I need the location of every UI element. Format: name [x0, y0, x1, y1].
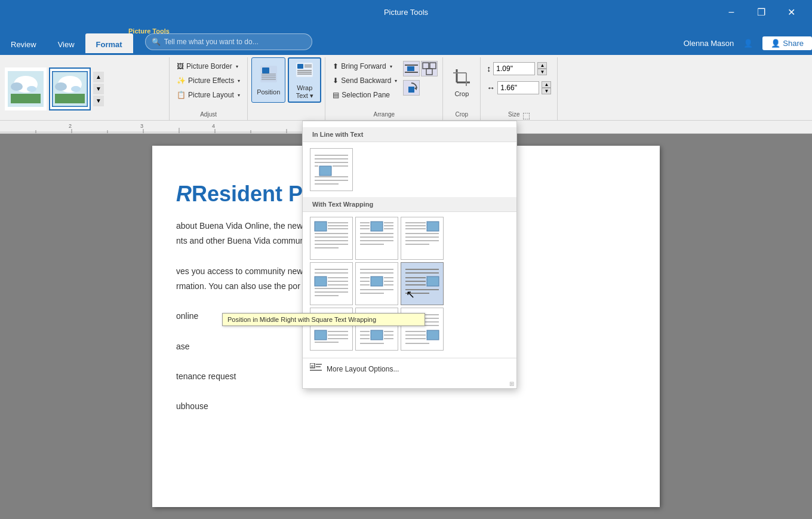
- svg-marker-30: [414, 87, 417, 90]
- arrange-col-2: [402, 60, 439, 97]
- width-up-btn[interactable]: ▲: [542, 81, 551, 88]
- tooltip: Position in Middle Right with Square Tex…: [222, 313, 425, 326]
- height-up-btn[interactable]: ▲: [537, 62, 547, 69]
- wrap-text-label: WrapText ▾: [296, 84, 313, 100]
- layout-item-midleft[interactable]: [310, 262, 353, 305]
- tab-format[interactable]: Format: [85, 33, 133, 55]
- tab-review[interactable]: Review: [0, 33, 47, 55]
- doc-line-13: ubhouse: [176, 399, 624, 414]
- svg-rect-60: [315, 222, 327, 231]
- close-button[interactable]: ✕: [777, 3, 805, 21]
- adjust-group-label: Adjust: [200, 110, 217, 120]
- strip-arrows: ▲ ▼ ▼: [93, 72, 104, 106]
- more-options-icon: [310, 363, 322, 374]
- width-down-btn[interactable]: ▼: [542, 88, 551, 94]
- image-thumb-1[interactable]: [5, 67, 47, 110]
- image-gallery-strip: ▲ ▼ ▼: [2, 57, 170, 120]
- strip-more-arrow[interactable]: ▼: [93, 96, 104, 106]
- crop-button[interactable]: Crop: [447, 60, 476, 105]
- ribbon: ▲ ▼ ▼ 🖼 Picture Border ▾ ✨ Picture Effec…: [0, 55, 812, 121]
- svg-rect-12: [262, 67, 269, 73]
- image-thumb-2[interactable]: [49, 67, 91, 110]
- position-button-label: Position: [257, 88, 280, 96]
- align-button[interactable]: [403, 61, 420, 76]
- layout-row-2: ↖ Position in Middle Right with Square T…: [310, 262, 509, 305]
- picture-layout-button[interactable]: 📋 Picture Layout ▾: [173, 88, 244, 102]
- width-input[interactable]: [497, 81, 539, 94]
- strip-up-arrow[interactable]: ▲: [93, 72, 104, 82]
- width-spinner: ▲ ▼: [542, 81, 551, 94]
- height-icon: ↕: [487, 64, 491, 73]
- svg-rect-25: [407, 66, 414, 71]
- ribbon-group-adjust: 🖼 Picture Border ▾ ✨ Picture Effects ▾ 📋…: [170, 57, 248, 120]
- crop-icon: [452, 68, 471, 89]
- minimize-button[interactable]: –: [718, 3, 745, 21]
- picture-tools-label: Picture Tools: [128, 27, 170, 35]
- selection-pane-button[interactable]: ▤ Selection Pane: [329, 88, 401, 102]
- picture-border-button[interactable]: 🖼 Picture Border ▾: [173, 60, 244, 73]
- selection-pane-icon: ▤: [333, 91, 339, 99]
- arrange-col: ⬆ Bring Forward ▾ ⬇ Send Backward ▾ ▤ Se…: [329, 60, 401, 102]
- bring-forward-button[interactable]: ⬆ Bring Forward ▾: [329, 60, 401, 73]
- title-bar: Picture Tools – ❐ ✕: [0, 0, 812, 24]
- svg-rect-27: [423, 63, 429, 69]
- restore-button[interactable]: ❐: [748, 3, 775, 21]
- adjust-buttons-col: 🖼 Picture Border ▾ ✨ Picture Effects ▾ 📋…: [173, 60, 244, 102]
- height-input-row: ↕ ▲ ▼: [487, 62, 551, 75]
- inline-section-header: In Line with Text: [303, 127, 516, 142]
- svg-text:2: 2: [69, 123, 72, 129]
- layout-row-1: [310, 217, 509, 260]
- height-spinner: ▲ ▼: [537, 62, 547, 75]
- width-input-row: ↔ ▲ ▼: [487, 81, 551, 94]
- more-options-label: More Layout Options...: [327, 365, 399, 373]
- height-down-btn[interactable]: ▼: [537, 69, 547, 75]
- title-prefix: R: [176, 182, 192, 206]
- height-input[interactable]: [493, 62, 535, 75]
- user-area: Olenna Mason 👤 👤 Share: [684, 36, 812, 50]
- svg-rect-70: [371, 222, 383, 231]
- more-layout-options-button[interactable]: More Layout Options...: [303, 358, 516, 379]
- picture-layout-chevron: ▾: [238, 93, 240, 98]
- group-button[interactable]: [421, 61, 438, 76]
- dropdown-resize-handle[interactable]: ⊞: [303, 379, 516, 388]
- user-icon: 👤: [743, 39, 753, 48]
- svg-rect-37: [0, 131, 304, 133]
- position-button[interactable]: Position: [251, 57, 285, 103]
- share-button[interactable]: 👤 Share: [762, 36, 812, 50]
- svg-point-4: [27, 86, 36, 92]
- tab-view[interactable]: View: [47, 33, 85, 55]
- position-wrap-group: Position WrapText ▾: [248, 57, 325, 120]
- user-name: Olenna Mason: [684, 39, 734, 48]
- svg-text:3: 3: [140, 123, 143, 129]
- svg-text:4: 4: [212, 123, 215, 129]
- wrap-text-icon: [295, 60, 314, 83]
- ribbon-group-crop: Crop Crop: [443, 57, 481, 120]
- layout-item-topleft[interactable]: [310, 217, 353, 260]
- picture-border-icon: 🖼: [177, 62, 184, 70]
- layout-item-topright[interactable]: [401, 217, 444, 260]
- share-icon: 👤: [771, 39, 780, 48]
- svg-rect-8: [55, 94, 85, 103]
- rotate-button[interactable]: [403, 80, 420, 96]
- send-backward-chevron: ▾: [395, 78, 397, 84]
- layout-item-topcenter[interactable]: [355, 217, 398, 260]
- layout-item-midright[interactable]: ↖ Position in Middle Right with Square T…: [401, 262, 444, 305]
- search-input[interactable]: [164, 38, 296, 46]
- app-title: Picture Tools: [384, 8, 428, 17]
- svg-point-7: [55, 82, 67, 91]
- svg-rect-126: [315, 330, 327, 340]
- crop-group-content: Crop: [447, 57, 476, 110]
- inline-layout-grid: [303, 142, 516, 197]
- search-box[interactable]: 🔍: [145, 33, 312, 50]
- svg-rect-53: [319, 166, 331, 176]
- layout-item-midcenter[interactable]: [355, 262, 398, 305]
- size-expand-icon[interactable]: ⬚: [522, 110, 530, 120]
- svg-rect-28: [430, 63, 436, 69]
- adjust-group-content: 🖼 Picture Border ▾ ✨ Picture Effects ▾ 📋…: [173, 57, 244, 110]
- picture-effects-button[interactable]: ✨ Picture Effects ▾: [173, 74, 244, 87]
- strip-down-arrow[interactable]: ▼: [93, 84, 104, 94]
- layout-item-inline[interactable]: [310, 148, 353, 191]
- size-group-label: Size: [508, 110, 519, 120]
- send-backward-button[interactable]: ⬇ Send Backward ▾: [329, 74, 401, 87]
- wrap-text-button[interactable]: WrapText ▾: [288, 57, 321, 103]
